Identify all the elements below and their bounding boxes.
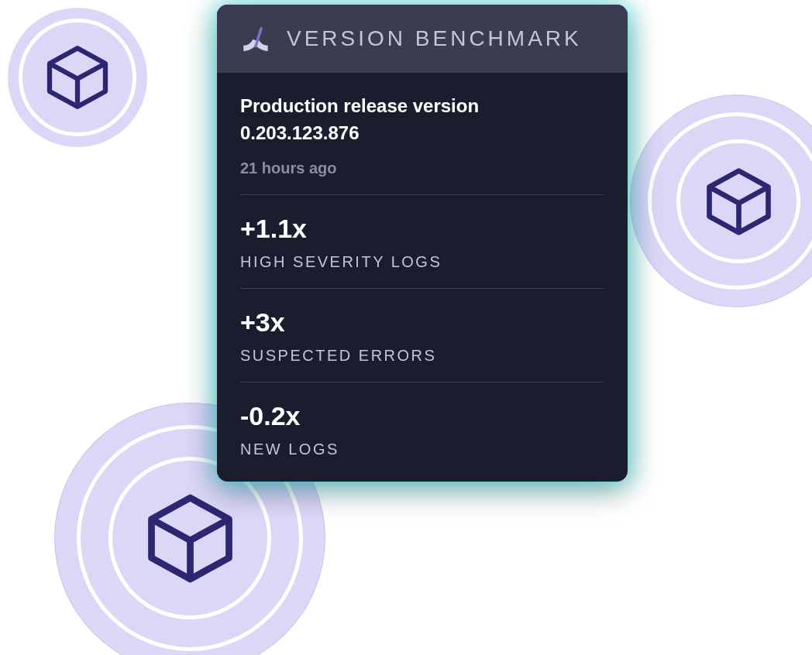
metric-row: +3x SUSPECTED ERRORS	[240, 289, 604, 382]
release-version: 0.203.123.876	[240, 120, 604, 147]
cube-icon	[702, 165, 776, 238]
cube-badge	[8, 8, 147, 147]
release-label: Production release version	[240, 93, 604, 120]
metric-value: -0.2x	[240, 401, 604, 431]
cube-icon	[142, 490, 239, 587]
card-title: VERSION BENCHMARK	[287, 26, 582, 51]
release-section: Production release version 0.203.123.876…	[240, 73, 604, 195]
card-header: VERSION BENCHMARK	[217, 5, 628, 73]
metric-label: SUSPECTED ERRORS	[240, 347, 604, 365]
release-time: 21 hours ago	[240, 159, 604, 177]
metric-value: +3x	[240, 307, 604, 338]
metric-label: NEW LOGS	[240, 441, 604, 458]
version-benchmark-card: VERSION BENCHMARK Production release ver…	[217, 5, 628, 482]
metric-row: -0.2x NEW LOGS	[240, 382, 604, 475]
metric-row: +1.1x HIGH SEVERITY LOGS	[240, 195, 604, 289]
metric-value: +1.1x	[240, 214, 604, 244]
cube-badge	[665, 128, 812, 275]
metric-label: HIGH SEVERITY LOGS	[240, 253, 604, 271]
gauge-icon	[239, 22, 273, 56]
card-body: Production release version 0.203.123.876…	[217, 73, 628, 482]
cube-icon	[43, 43, 112, 112]
